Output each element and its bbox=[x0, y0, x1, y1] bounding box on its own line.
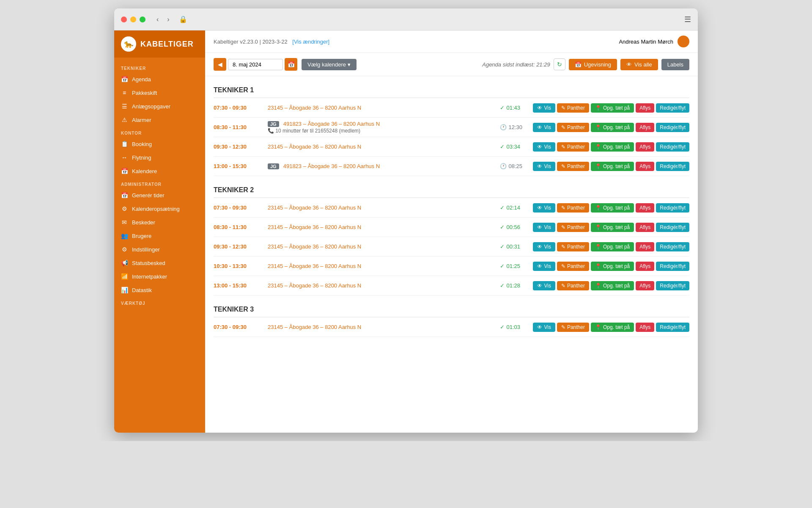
sidebar-item-anlagsopgaver[interactable]: ☰ Anlægsopgaver bbox=[114, 99, 205, 113]
panther-button[interactable]: ✎ Panther bbox=[557, 142, 589, 152]
rediger-button[interactable]: Redigér/flyt bbox=[656, 242, 689, 251]
panther-button[interactable]: ✎ Panther bbox=[557, 103, 589, 113]
opg-button[interactable]: 📍 Opg. tæt på bbox=[591, 142, 634, 152]
appointment-status: ✓ 02:14 bbox=[500, 204, 529, 211]
calendar-select-button[interactable]: Vælg kalendere ▾ bbox=[302, 59, 357, 70]
prev-date-button[interactable]: ◀ bbox=[214, 58, 226, 71]
rediger-button[interactable]: Redigér/flyt bbox=[656, 262, 689, 271]
vis-button[interactable]: 👁 Vis bbox=[533, 242, 555, 251]
panther-button[interactable]: ✎ Panther bbox=[557, 203, 589, 213]
aflys-button[interactable]: Aflys bbox=[636, 262, 654, 271]
opg-button[interactable]: 📍 Opg. tæt på bbox=[591, 223, 634, 232]
rediger-button[interactable]: Redigér/flyt bbox=[656, 223, 689, 232]
eye-icon: 👁 bbox=[537, 283, 542, 289]
vis-alle-button[interactable]: 👁 Vis alle bbox=[620, 59, 658, 70]
next-date-button[interactable]: 📅 bbox=[285, 58, 297, 71]
maximize-button[interactable] bbox=[140, 17, 145, 22]
aflys-button[interactable]: Aflys bbox=[636, 162, 654, 171]
status-time: 01:03 bbox=[506, 324, 520, 330]
rediger-button[interactable]: Redigér/flyt bbox=[656, 281, 689, 290]
appointment-title[interactable]: 23145 – Åbogade 36 – 8200 Aarhus N bbox=[268, 263, 361, 269]
opg-button[interactable]: 📍 Opg. tæt på bbox=[591, 242, 634, 251]
aflys-button[interactable]: Aflys bbox=[636, 142, 654, 152]
kalenderopsatning-icon: ⚙ bbox=[121, 205, 128, 212]
sidebar-item-generertider[interactable]: 📅 Generér tider bbox=[114, 188, 205, 202]
appointment-title[interactable]: 491823 – Åbogade 36 – 8200 Aarhus N bbox=[283, 163, 380, 169]
opg-button[interactable]: 📍 Opg. tæt på bbox=[591, 323, 634, 332]
logo-icon: 🐆 bbox=[121, 36, 136, 52]
appointment-title[interactable]: 23145 – Åbogade 36 – 8200 Aarhus N bbox=[268, 243, 361, 250]
panther-button[interactable]: ✎ Panther bbox=[557, 262, 589, 271]
appointment-title[interactable]: 23145 – Åbogade 36 – 8200 Aarhus N bbox=[268, 105, 361, 111]
back-arrow[interactable]: ‹ bbox=[154, 14, 161, 25]
aflys-button[interactable]: Aflys bbox=[636, 203, 654, 213]
labels-button[interactable]: Labels bbox=[661, 59, 689, 70]
appointment-title[interactable]: 23145 – Åbogade 36 – 8200 Aarhus N bbox=[268, 224, 361, 230]
sidebar-item-agenda[interactable]: 📅 Agenda bbox=[114, 72, 205, 86]
sidebar-item-booking[interactable]: 📋 Booking bbox=[114, 137, 205, 151]
date-input[interactable] bbox=[228, 59, 283, 70]
aflys-button[interactable]: Aflys bbox=[636, 323, 654, 332]
rediger-button[interactable]: Redigér/flyt bbox=[656, 323, 689, 332]
sidebar-item-kalendere[interactable]: 📅 Kalendere bbox=[114, 164, 205, 178]
sidebar-item-brugere[interactable]: 👥 Brugere bbox=[114, 229, 205, 243]
aflys-button[interactable]: Aflys bbox=[636, 223, 654, 232]
rediger-button[interactable]: Redigér/flyt bbox=[656, 162, 689, 171]
rediger-button[interactable]: Redigér/flyt bbox=[656, 103, 689, 113]
appointment-status: 🕐 12:30 bbox=[500, 124, 529, 130]
vis-button[interactable]: 👁 Vis bbox=[533, 223, 555, 232]
ugevisning-button[interactable]: 📅 Ugevisning bbox=[569, 59, 617, 70]
rediger-button[interactable]: Redigér/flyt bbox=[656, 203, 689, 213]
sidebar-item-beskeder[interactable]: ✉ Beskeder bbox=[114, 215, 205, 229]
appointment-title[interactable]: 23145 – Åbogade 36 – 8200 Aarhus N bbox=[268, 144, 361, 150]
sidebar-item-indstillinger[interactable]: ⚙ Indstillinger bbox=[114, 243, 205, 256]
vis-button[interactable]: 👁 Vis bbox=[533, 281, 555, 290]
panther-button[interactable]: ✎ Panther bbox=[557, 223, 589, 232]
opg-button[interactable]: 📍 Opg. tæt på bbox=[591, 281, 634, 290]
aflys-button[interactable]: Aflys bbox=[636, 103, 654, 113]
hamburger-menu-icon[interactable]: ☰ bbox=[684, 15, 691, 24]
vis-button[interactable]: 👁 Vis bbox=[533, 103, 555, 113]
appointment-title[interactable]: 23145 – Åbogade 36 – 8200 Aarhus N bbox=[268, 324, 361, 330]
opg-button[interactable]: 📍 Opg. tæt på bbox=[591, 123, 634, 132]
aflys-button[interactable]: Aflys bbox=[636, 281, 654, 290]
vis-button[interactable]: 👁 Vis bbox=[533, 323, 555, 332]
aflys-button[interactable]: Aflys bbox=[636, 242, 654, 251]
panther-button[interactable]: ✎ Panther bbox=[557, 281, 589, 290]
sidebar-item-statusbesked[interactable]: 📢 Statusbesked bbox=[114, 256, 205, 270]
sidebar-item-kalenderopsatning[interactable]: ⚙ Kalenderopsætning bbox=[114, 202, 205, 215]
appointment-title[interactable]: 23145 – Åbogade 36 – 8200 Aarhus N bbox=[268, 204, 361, 211]
forward-arrow[interactable]: › bbox=[165, 14, 172, 25]
opg-button[interactable]: 📍 Opg. tæt på bbox=[591, 262, 634, 271]
rediger-button[interactable]: Redigér/flyt bbox=[656, 142, 689, 152]
close-button[interactable] bbox=[121, 17, 127, 22]
booking-icon: 📋 bbox=[121, 141, 128, 147]
refresh-button[interactable]: ↻ bbox=[554, 58, 565, 70]
vis-button[interactable]: 👁 Vis bbox=[533, 262, 555, 271]
panther-button[interactable]: ✎ Panther bbox=[557, 123, 589, 132]
opg-button[interactable]: 📍 Opg. tæt på bbox=[591, 203, 634, 213]
sidebar-item-alarmer[interactable]: ⚠ Alarmer bbox=[114, 113, 205, 127]
panther-button[interactable]: ✎ Panther bbox=[557, 323, 589, 332]
sidebar-item-pakkeskift[interactable]: ≡ Pakkeskift bbox=[114, 86, 205, 99]
vis-button[interactable]: 👁 Vis bbox=[533, 203, 555, 213]
status-time: 01:43 bbox=[506, 105, 520, 111]
rediger-button[interactable]: Redigér/flyt bbox=[656, 123, 689, 132]
opg-button[interactable]: 📍 Opg. tæt på bbox=[591, 162, 634, 171]
sidebar-item-flytning[interactable]: ↔ Flytning bbox=[114, 151, 205, 164]
changelog-link[interactable]: [Vis ændringer] bbox=[292, 39, 329, 45]
sidebar-item-datastik[interactable]: 📊 Datastik bbox=[114, 283, 205, 297]
vis-button[interactable]: 👁 Vis bbox=[533, 123, 555, 132]
aflys-button[interactable]: Aflys bbox=[636, 123, 654, 132]
appointment-title[interactable]: 23145 – Åbogade 36 – 8200 Aarhus N bbox=[268, 282, 361, 289]
vis-button[interactable]: 👁 Vis bbox=[533, 162, 555, 171]
sidebar-item-internetpakker[interactable]: 📶 Internetpakker bbox=[114, 270, 205, 283]
appointment-title[interactable]: 491823 – Åbogade 36 – 8200 Aarhus N bbox=[283, 121, 380, 127]
minimize-button[interactable] bbox=[130, 17, 136, 22]
external-link-icon: ✎ bbox=[561, 163, 565, 169]
appointment-row: 08:30 - 11:3023145 – Åbogade 36 – 8200 A… bbox=[214, 218, 689, 237]
vis-button[interactable]: 👁 Vis bbox=[533, 142, 555, 152]
panther-button[interactable]: ✎ Panther bbox=[557, 242, 589, 251]
panther-button[interactable]: ✎ Panther bbox=[557, 162, 589, 171]
opg-button[interactable]: 📍 Opg. tæt på bbox=[591, 103, 634, 113]
